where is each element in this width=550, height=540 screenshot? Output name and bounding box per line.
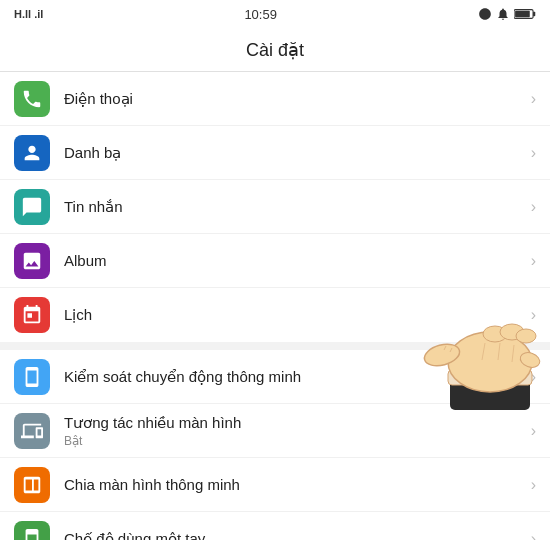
settings-list: Điện thoại › Danh bạ › Tin nhắn › — [0, 72, 550, 540]
item-label: Album — [64, 252, 525, 270]
clock: 10:59 — [244, 7, 277, 22]
page-title: Cài đặt — [246, 39, 304, 61]
item-text-dien-thoai: Điện thoại — [64, 90, 525, 108]
item-label: Danh bạ — [64, 144, 525, 162]
motion-icon — [14, 359, 50, 395]
item-text-danh-ba: Danh bạ — [64, 144, 525, 162]
contacts-icon — [14, 135, 50, 171]
item-label: Điện thoại — [64, 90, 525, 108]
onehand-icon — [14, 521, 50, 541]
item-text-che-do-mot-tay: Chế độ dùng một tay — [64, 530, 525, 541]
item-text-chia-man-hinh: Chia màn hình thông minh — [64, 476, 525, 494]
chevron-icon: › — [531, 90, 536, 108]
item-label: Chế độ dùng một tay — [64, 530, 525, 541]
item-label: Kiểm soát chuyển động thông minh — [64, 368, 525, 386]
list-item-dien-thoai[interactable]: Điện thoại › — [0, 72, 550, 126]
list-item-danh-ba[interactable]: Danh bạ › — [0, 126, 550, 180]
multiscreen-icon — [14, 413, 50, 449]
chevron-icon: › — [531, 144, 536, 162]
svg-rect-1 — [515, 11, 530, 18]
list-item-tin-nhan[interactable]: Tin nhắn › — [0, 180, 550, 234]
battery-icon — [514, 7, 536, 21]
item-text-kiem-soat: Kiểm soát chuyển động thông minh — [64, 368, 525, 386]
list-item-tuong-tac[interactable]: Tương tác nhiều màn hình Bật › — [0, 404, 550, 458]
list-item-chia-man-hinh[interactable]: Chia màn hình thông minh › — [0, 458, 550, 512]
item-text-lich: Lịch — [64, 306, 525, 324]
item-label: Tương tác nhiều màn hình — [64, 414, 525, 432]
calendar-icon — [14, 297, 50, 333]
item-text-tin-nhan: Tin nhắn — [64, 198, 525, 216]
album-icon — [14, 243, 50, 279]
message-icon — [14, 189, 50, 225]
bell-icon — [496, 7, 510, 21]
item-text-album: Album — [64, 252, 525, 270]
section-2: Kiểm soát chuyển động thông minh › Tương… — [0, 350, 550, 540]
item-sublabel: Bật — [64, 434, 525, 448]
section-1: Điện thoại › Danh bạ › Tin nhắn › — [0, 72, 550, 342]
alarm-icon — [478, 7, 492, 21]
chevron-icon: › — [531, 476, 536, 494]
item-text-tuong-tac: Tương tác nhiều màn hình Bật — [64, 414, 525, 448]
item-label: Chia màn hình thông minh — [64, 476, 525, 494]
chevron-icon: › — [531, 530, 536, 541]
list-item-lich[interactable]: Lịch › — [0, 288, 550, 342]
status-bar: H.ll .il 10:59 — [0, 0, 550, 28]
chevron-icon: › — [531, 422, 536, 440]
chevron-icon: › — [531, 368, 536, 386]
phone-icon — [14, 81, 50, 117]
svg-rect-2 — [533, 12, 535, 16]
list-item-che-do-mot-tay[interactable]: Chế độ dùng một tay › — [0, 512, 550, 540]
chevron-icon: › — [531, 306, 536, 324]
status-icons — [478, 7, 536, 21]
chevron-icon: › — [531, 198, 536, 216]
signal-indicator: H.ll .il — [14, 8, 43, 20]
chevron-icon: › — [531, 252, 536, 270]
list-item-album[interactable]: Album › — [0, 234, 550, 288]
item-label: Lịch — [64, 306, 525, 324]
splitscreen-icon — [14, 467, 50, 503]
page-header: Cài đặt — [0, 28, 550, 72]
list-item-kiem-soat[interactable]: Kiểm soát chuyển động thông minh › — [0, 350, 550, 404]
item-label: Tin nhắn — [64, 198, 525, 216]
